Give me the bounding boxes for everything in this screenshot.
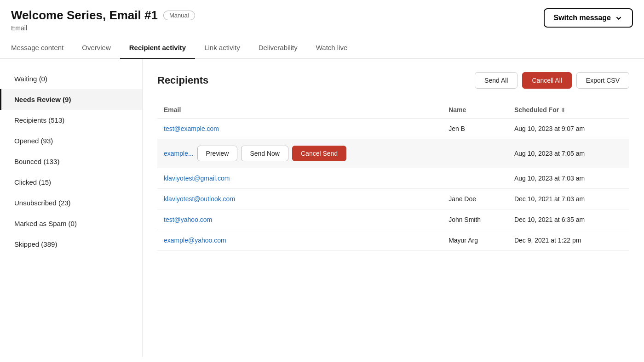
nav-tabs: Message contentOverviewRecipient activit… xyxy=(0,37,644,59)
col-scheduled_for[interactable]: Scheduled For⬍ xyxy=(508,102,629,119)
cell-email[interactable]: test@example.com xyxy=(157,119,442,139)
cell-scheduled: Aug 10, 2023 at 9:07 am xyxy=(508,119,629,139)
cell-email[interactable]: example@yahoo.com xyxy=(157,230,442,251)
table-body: test@example.comJen BAug 10, 2023 at 9:0… xyxy=(157,119,629,251)
tab-watch-live[interactable]: Watch live xyxy=(307,37,357,59)
recipients-table: EmailNameScheduled For⬍ test@example.com… xyxy=(157,102,629,251)
email-link[interactable]: klaviyotest@outlook.com xyxy=(164,195,235,203)
cell-scheduled: Dec 10, 2021 at 6:35 am xyxy=(508,209,629,230)
sidebar-item-needs-review[interactable]: Needs Review (9) xyxy=(0,89,142,110)
tab-deliverability[interactable]: Deliverability xyxy=(249,37,307,59)
sort-icon: ⬍ xyxy=(561,107,565,113)
table-row: example@yahoo.comMayur ArgDec 9, 2021 at… xyxy=(157,230,629,251)
cell-scheduled-expanded: Aug 10, 2023 at 7:05 am xyxy=(508,139,629,168)
cell-email[interactable]: klaviyotest@gmail.com xyxy=(157,168,442,189)
row-actions: example...PreviewSend NowCancel Send xyxy=(164,146,436,161)
col-email: Email xyxy=(157,102,442,119)
email-link[interactable]: klaviyotest@gmail.com xyxy=(164,175,230,182)
main-content: Recipients Send All Cancell All Export C… xyxy=(143,59,644,357)
table-row: klaviyotest@outlook.comJane DoeDec 10, 2… xyxy=(157,189,629,209)
table-header: EmailNameScheduled For⬍ xyxy=(157,102,629,119)
cell-name: Jane Doe xyxy=(442,189,508,209)
send-now-button[interactable]: Send Now xyxy=(241,146,288,161)
tab-overview[interactable]: Overview xyxy=(73,37,120,59)
page-title: Welcome Series, Email #1 Manual xyxy=(11,8,195,23)
cell-name: Mayur Arg xyxy=(442,230,508,251)
cell-email[interactable]: klaviyotest@outlook.com xyxy=(157,189,442,209)
export-csv-button[interactable]: Export CSV xyxy=(576,72,629,89)
cell-name: John Smith xyxy=(442,209,508,230)
cell-name-expanded xyxy=(442,139,508,168)
cell-name: Jen B xyxy=(442,119,508,139)
cell-scheduled: Dec 9, 2021 at 1:22 pm xyxy=(508,230,629,251)
tab-message-content[interactable]: Message content xyxy=(11,37,73,59)
chevron-down-icon xyxy=(615,14,623,22)
preview-button[interactable]: Preview xyxy=(197,146,238,161)
sidebar-item-recipients[interactable]: Recipients (513) xyxy=(0,110,142,130)
tab-link-activity[interactable]: Link activity xyxy=(195,37,249,59)
table-row-expanded: example...PreviewSend NowCancel SendAug … xyxy=(157,139,629,168)
table-row: test@yahoo.comJohn SmithDec 10, 2021 at … xyxy=(157,209,629,230)
recipients-title: Recipients xyxy=(157,74,208,86)
switch-message-button[interactable]: Switch message xyxy=(544,8,633,28)
cell-name xyxy=(442,168,508,189)
title-text: Welcome Series, Email #1 xyxy=(11,8,158,23)
cancel-send-button[interactable]: Cancel Send xyxy=(292,146,346,161)
cell-scheduled: Dec 10, 2021 at 7:03 am xyxy=(508,189,629,209)
cell-scheduled: Aug 10, 2023 at 7:03 am xyxy=(508,168,629,189)
manual-badge: Manual xyxy=(163,11,195,20)
email-link[interactable]: test@yahoo.com xyxy=(164,216,212,223)
sidebar-item-skipped[interactable]: Skipped (389) xyxy=(0,234,142,255)
sidebar: Waiting (0)Needs Review (9)Recipients (5… xyxy=(0,59,143,357)
header-actions: Send All Cancell All Export CSV xyxy=(475,72,629,89)
cell-email-expanded: example...PreviewSend NowCancel Send xyxy=(157,139,442,168)
col-name: Name xyxy=(442,102,508,119)
recipients-header: Recipients Send All Cancell All Export C… xyxy=(157,72,629,89)
sidebar-item-bounced[interactable]: Bounced (133) xyxy=(0,151,142,172)
page-header: Welcome Series, Email #1 Manual Email Sw… xyxy=(0,0,644,32)
sidebar-item-waiting[interactable]: Waiting (0) xyxy=(0,68,142,89)
header-left: Welcome Series, Email #1 Manual Email xyxy=(11,8,195,32)
page-subtitle: Email xyxy=(11,24,195,32)
cell-email[interactable]: test@yahoo.com xyxy=(157,209,442,230)
email-link[interactable]: test@example.com xyxy=(164,125,219,132)
sidebar-item-marked-spam[interactable]: Marked as Spam (0) xyxy=(0,213,142,234)
email-link[interactable]: example@yahoo.com xyxy=(164,237,226,244)
tab-recipient-activity[interactable]: Recipient activity xyxy=(120,37,195,59)
cancel-all-button[interactable]: Cancell All xyxy=(522,72,571,89)
sidebar-item-unsubscribed[interactable]: Unsubscribed (23) xyxy=(0,192,142,213)
email-link[interactable]: example... xyxy=(164,150,194,157)
main-layout: Waiting (0)Needs Review (9)Recipients (5… xyxy=(0,59,644,357)
sidebar-item-opened[interactable]: Opened (93) xyxy=(0,130,142,151)
switch-message-label: Switch message xyxy=(554,14,611,22)
sidebar-item-clicked[interactable]: Clicked (15) xyxy=(0,172,142,192)
send-all-button[interactable]: Send All xyxy=(475,72,518,89)
table-row: test@example.comJen BAug 10, 2023 at 9:0… xyxy=(157,119,629,139)
table-row: klaviyotest@gmail.comAug 10, 2023 at 7:0… xyxy=(157,168,629,189)
